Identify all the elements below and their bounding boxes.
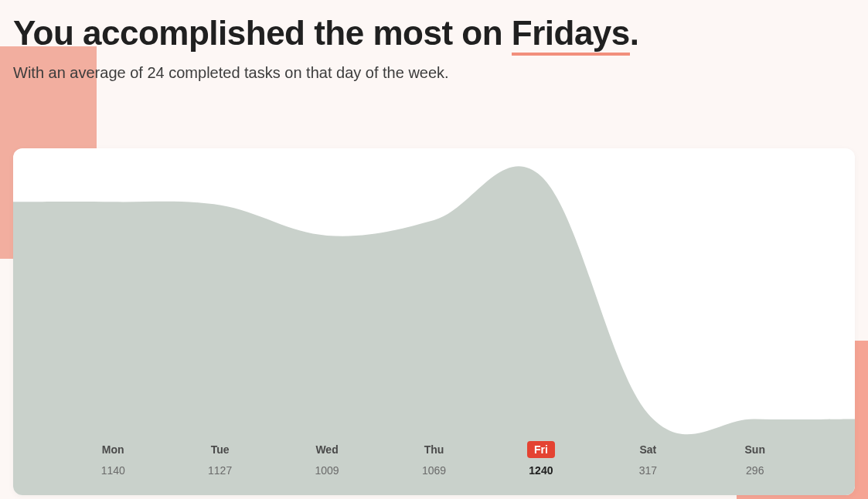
x-tick: Mon1140 bbox=[60, 441, 166, 477]
x-tick: Tue1127 bbox=[166, 441, 273, 477]
x-tick: Sun296 bbox=[702, 441, 808, 477]
day-value: 296 bbox=[746, 464, 764, 477]
main-content: You accomplished the most on Fridays. Wi… bbox=[0, 0, 868, 495]
day-value: 1140 bbox=[101, 464, 125, 477]
day-label: Thu bbox=[417, 441, 451, 458]
day-label: Mon bbox=[95, 441, 131, 458]
day-value: 1069 bbox=[422, 464, 446, 477]
day-value: 317 bbox=[639, 464, 657, 477]
day-label: Sat bbox=[632, 441, 663, 458]
page-title: You accomplished the most on Fridays. bbox=[13, 14, 855, 53]
x-tick: Sat317 bbox=[594, 441, 701, 477]
day-label: Fri bbox=[527, 441, 555, 458]
x-tick: Wed1009 bbox=[274, 441, 380, 477]
day-label: Wed bbox=[308, 441, 345, 458]
day-value: 1240 bbox=[529, 464, 553, 477]
day-label: Tue bbox=[204, 441, 237, 458]
day-label: Sun bbox=[738, 441, 772, 458]
title-prefix: You accomplished the most on bbox=[13, 14, 512, 52]
page-subtitle: With an average of 24 completed tasks on… bbox=[13, 64, 855, 82]
weekly-activity-chart: Mon1140Tue1127Wed1009Thu1069Fri1240Sat31… bbox=[13, 148, 855, 495]
day-value: 1127 bbox=[208, 464, 232, 477]
x-tick: Fri1240 bbox=[488, 441, 594, 477]
title-suffix: . bbox=[630, 14, 639, 52]
x-tick: Thu1069 bbox=[380, 441, 487, 477]
day-value: 1009 bbox=[315, 464, 339, 477]
x-axis: Mon1140Tue1127Wed1009Thu1069Fri1240Sat31… bbox=[13, 441, 855, 477]
title-highlight: Fridays bbox=[512, 14, 630, 56]
